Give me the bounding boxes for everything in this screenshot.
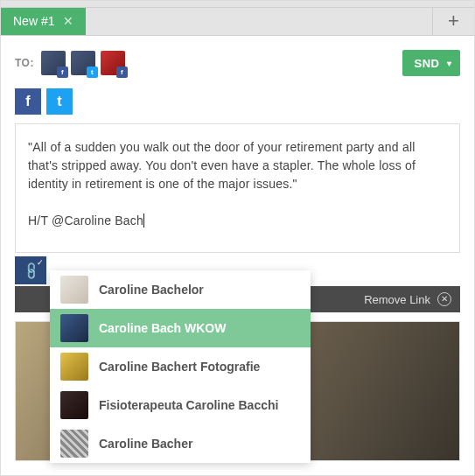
compose-content: TO: f t f SND ▾ f	[1, 36, 474, 475]
avatar	[60, 353, 88, 381]
tab-label: New #1	[13, 14, 54, 28]
autocomplete-item-label: Caroline Bach WKOW	[99, 321, 226, 335]
avatar	[60, 314, 88, 342]
twitter-icon: t	[87, 66, 98, 78]
autocomplete-item[interactable]: Fisioterapeuta Caroline Bacchi	[50, 386, 311, 424]
platform-twitter-button[interactable]: t	[46, 88, 73, 115]
send-button[interactable]: SND ▾	[402, 50, 460, 76]
autocomplete-item-label: Caroline Bacher	[99, 437, 192, 451]
mention-autocomplete: Caroline Bachelor Caroline Bach WKOW Car…	[50, 270, 311, 463]
recipient-chip[interactable]: f	[41, 51, 66, 75]
tab-new-1[interactable]: New #1 ✕	[1, 8, 86, 35]
recipient-list: f t f	[41, 51, 125, 75]
avatar	[60, 430, 88, 458]
autocomplete-item[interactable]: Caroline Bacher	[50, 424, 311, 463]
platform-row: f t	[15, 88, 460, 115]
compose-textarea[interactable]: "All of a sudden you walk out the door o…	[15, 123, 460, 253]
tabs-row: New #1 ✕ +	[1, 8, 474, 36]
recipient-chip[interactable]: t	[71, 51, 95, 75]
compose-body-text: "All of a sudden you walk out the door o…	[28, 138, 447, 193]
platform-facebook-button[interactable]: f	[15, 88, 41, 115]
facebook-icon: f	[57, 66, 68, 78]
compose-panel: New #1 ✕ + TO: f t f	[0, 0, 475, 476]
facebook-icon: f	[116, 66, 128, 78]
compose-ht-text: H/T @Caroline Bach	[28, 214, 143, 228]
avatar	[60, 276, 88, 304]
close-icon[interactable]: ✕	[63, 14, 73, 28]
autocomplete-item[interactable]: Caroline Bachelor	[50, 270, 311, 309]
text-cursor	[143, 214, 144, 228]
recipient-chip[interactable]: f	[101, 51, 125, 75]
autocomplete-item[interactable]: Caroline Bachert Fotografie	[50, 347, 311, 386]
autocomplete-item-label: Caroline Bachert Fotografie	[99, 360, 260, 374]
link-icon[interactable]: 🔗✓	[15, 256, 46, 284]
new-tab-button[interactable]: +	[432, 8, 474, 35]
chevron-down-icon: ▾	[447, 59, 452, 68]
to-label: TO:	[15, 57, 34, 69]
send-button-label: SND	[415, 57, 440, 70]
remove-link-label: Remove Link	[364, 293, 430, 306]
autocomplete-item-label: Caroline Bachelor	[99, 283, 204, 297]
avatar	[60, 391, 88, 419]
to-row: TO: f t f SND ▾	[15, 50, 460, 76]
remove-link-icon[interactable]: ✕	[437, 292, 451, 306]
autocomplete-item-label: Fisioterapeuta Caroline Bacchi	[99, 398, 278, 412]
autocomplete-item[interactable]: Caroline Bach WKOW	[50, 309, 311, 347]
window-titlebar	[1, 1, 474, 8]
